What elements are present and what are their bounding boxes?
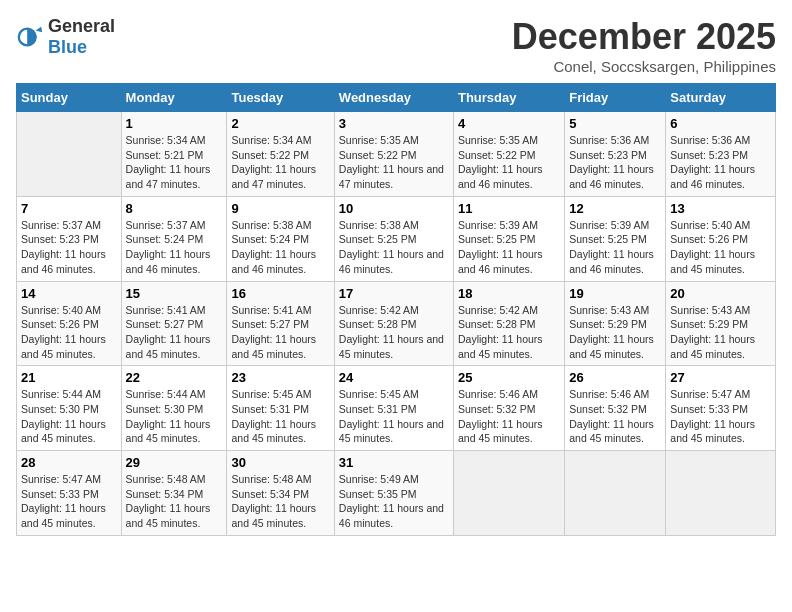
day-number: 3 — [339, 116, 449, 131]
day-info: Sunrise: 5:34 AMSunset: 5:21 PMDaylight:… — [126, 133, 223, 192]
day-number: 20 — [670, 286, 771, 301]
day-number: 16 — [231, 286, 329, 301]
day-info: Sunrise: 5:38 AMSunset: 5:24 PMDaylight:… — [231, 218, 329, 277]
calendar-header-row: SundayMondayTuesdayWednesdayThursdayFrid… — [17, 84, 776, 112]
week-row-2: 14Sunrise: 5:40 AMSunset: 5:26 PMDayligh… — [17, 281, 776, 366]
day-info: Sunrise: 5:45 AMSunset: 5:31 PMDaylight:… — [231, 387, 329, 446]
calendar-cell: 10Sunrise: 5:38 AMSunset: 5:25 PMDayligh… — [334, 196, 453, 281]
header: General Blue December 2025 Conel, Soccsk… — [16, 16, 776, 75]
calendar-cell: 14Sunrise: 5:40 AMSunset: 5:26 PMDayligh… — [17, 281, 122, 366]
calendar-cell — [666, 451, 776, 536]
calendar-cell: 15Sunrise: 5:41 AMSunset: 5:27 PMDayligh… — [121, 281, 227, 366]
day-number: 1 — [126, 116, 223, 131]
day-number: 2 — [231, 116, 329, 131]
day-number: 14 — [21, 286, 117, 301]
day-number: 6 — [670, 116, 771, 131]
calendar-cell: 30Sunrise: 5:48 AMSunset: 5:34 PMDayligh… — [227, 451, 334, 536]
day-number: 7 — [21, 201, 117, 216]
calendar-cell: 18Sunrise: 5:42 AMSunset: 5:28 PMDayligh… — [453, 281, 564, 366]
day-number: 13 — [670, 201, 771, 216]
logo: General Blue — [16, 16, 115, 58]
calendar-table: SundayMondayTuesdayWednesdayThursdayFrid… — [16, 83, 776, 536]
calendar-cell: 23Sunrise: 5:45 AMSunset: 5:31 PMDayligh… — [227, 366, 334, 451]
day-info: Sunrise: 5:47 AMSunset: 5:33 PMDaylight:… — [670, 387, 771, 446]
calendar-cell — [453, 451, 564, 536]
calendar-cell: 1Sunrise: 5:34 AMSunset: 5:21 PMDaylight… — [121, 112, 227, 197]
calendar-cell: 2Sunrise: 5:34 AMSunset: 5:22 PMDaylight… — [227, 112, 334, 197]
calendar-cell: 25Sunrise: 5:46 AMSunset: 5:32 PMDayligh… — [453, 366, 564, 451]
day-number: 19 — [569, 286, 661, 301]
calendar-cell: 6Sunrise: 5:36 AMSunset: 5:23 PMDaylight… — [666, 112, 776, 197]
day-number: 12 — [569, 201, 661, 216]
day-info: Sunrise: 5:38 AMSunset: 5:25 PMDaylight:… — [339, 218, 449, 277]
calendar-cell: 24Sunrise: 5:45 AMSunset: 5:31 PMDayligh… — [334, 366, 453, 451]
day-info: Sunrise: 5:39 AMSunset: 5:25 PMDaylight:… — [458, 218, 560, 277]
calendar-cell: 4Sunrise: 5:35 AMSunset: 5:22 PMDaylight… — [453, 112, 564, 197]
day-header-thursday: Thursday — [453, 84, 564, 112]
day-info: Sunrise: 5:48 AMSunset: 5:34 PMDaylight:… — [231, 472, 329, 531]
day-number: 28 — [21, 455, 117, 470]
day-number: 5 — [569, 116, 661, 131]
week-row-4: 28Sunrise: 5:47 AMSunset: 5:33 PMDayligh… — [17, 451, 776, 536]
day-info: Sunrise: 5:42 AMSunset: 5:28 PMDaylight:… — [339, 303, 449, 362]
calendar-cell — [17, 112, 122, 197]
day-info: Sunrise: 5:41 AMSunset: 5:27 PMDaylight:… — [126, 303, 223, 362]
day-number: 17 — [339, 286, 449, 301]
calendar-cell: 26Sunrise: 5:46 AMSunset: 5:32 PMDayligh… — [565, 366, 666, 451]
day-header-tuesday: Tuesday — [227, 84, 334, 112]
day-number: 21 — [21, 370, 117, 385]
day-number: 23 — [231, 370, 329, 385]
calendar-cell — [565, 451, 666, 536]
day-number: 26 — [569, 370, 661, 385]
calendar-cell: 17Sunrise: 5:42 AMSunset: 5:28 PMDayligh… — [334, 281, 453, 366]
day-number: 15 — [126, 286, 223, 301]
week-row-1: 7Sunrise: 5:37 AMSunset: 5:23 PMDaylight… — [17, 196, 776, 281]
week-row-0: 1Sunrise: 5:34 AMSunset: 5:21 PMDaylight… — [17, 112, 776, 197]
logo-text: General Blue — [48, 16, 115, 58]
calendar-cell: 19Sunrise: 5:43 AMSunset: 5:29 PMDayligh… — [565, 281, 666, 366]
calendar-cell: 8Sunrise: 5:37 AMSunset: 5:24 PMDaylight… — [121, 196, 227, 281]
calendar-cell: 31Sunrise: 5:49 AMSunset: 5:35 PMDayligh… — [334, 451, 453, 536]
day-info: Sunrise: 5:41 AMSunset: 5:27 PMDaylight:… — [231, 303, 329, 362]
calendar-cell: 9Sunrise: 5:38 AMSunset: 5:24 PMDaylight… — [227, 196, 334, 281]
day-info: Sunrise: 5:42 AMSunset: 5:28 PMDaylight:… — [458, 303, 560, 362]
day-number: 11 — [458, 201, 560, 216]
day-header-saturday: Saturday — [666, 84, 776, 112]
calendar-cell: 16Sunrise: 5:41 AMSunset: 5:27 PMDayligh… — [227, 281, 334, 366]
day-number: 9 — [231, 201, 329, 216]
day-info: Sunrise: 5:43 AMSunset: 5:29 PMDaylight:… — [569, 303, 661, 362]
day-info: Sunrise: 5:44 AMSunset: 5:30 PMDaylight:… — [21, 387, 117, 446]
day-header-sunday: Sunday — [17, 84, 122, 112]
day-info: Sunrise: 5:45 AMSunset: 5:31 PMDaylight:… — [339, 387, 449, 446]
day-header-friday: Friday — [565, 84, 666, 112]
day-info: Sunrise: 5:37 AMSunset: 5:23 PMDaylight:… — [21, 218, 117, 277]
calendar-cell: 27Sunrise: 5:47 AMSunset: 5:33 PMDayligh… — [666, 366, 776, 451]
day-info: Sunrise: 5:49 AMSunset: 5:35 PMDaylight:… — [339, 472, 449, 531]
calendar-cell: 20Sunrise: 5:43 AMSunset: 5:29 PMDayligh… — [666, 281, 776, 366]
calendar-cell: 12Sunrise: 5:39 AMSunset: 5:25 PMDayligh… — [565, 196, 666, 281]
main-title: December 2025 — [512, 16, 776, 58]
calendar-cell: 3Sunrise: 5:35 AMSunset: 5:22 PMDaylight… — [334, 112, 453, 197]
day-number: 22 — [126, 370, 223, 385]
day-number: 27 — [670, 370, 771, 385]
calendar-cell: 22Sunrise: 5:44 AMSunset: 5:30 PMDayligh… — [121, 366, 227, 451]
day-info: Sunrise: 5:35 AMSunset: 5:22 PMDaylight:… — [458, 133, 560, 192]
day-number: 30 — [231, 455, 329, 470]
day-info: Sunrise: 5:35 AMSunset: 5:22 PMDaylight:… — [339, 133, 449, 192]
day-info: Sunrise: 5:37 AMSunset: 5:24 PMDaylight:… — [126, 218, 223, 277]
day-info: Sunrise: 5:40 AMSunset: 5:26 PMDaylight:… — [21, 303, 117, 362]
day-info: Sunrise: 5:43 AMSunset: 5:29 PMDaylight:… — [670, 303, 771, 362]
calendar-body: 1Sunrise: 5:34 AMSunset: 5:21 PMDaylight… — [17, 112, 776, 536]
day-number: 18 — [458, 286, 560, 301]
calendar-cell: 5Sunrise: 5:36 AMSunset: 5:23 PMDaylight… — [565, 112, 666, 197]
day-number: 4 — [458, 116, 560, 131]
calendar-cell: 7Sunrise: 5:37 AMSunset: 5:23 PMDaylight… — [17, 196, 122, 281]
day-info: Sunrise: 5:34 AMSunset: 5:22 PMDaylight:… — [231, 133, 329, 192]
calendar-cell: 21Sunrise: 5:44 AMSunset: 5:30 PMDayligh… — [17, 366, 122, 451]
sub-title: Conel, Soccsksargen, Philippines — [512, 58, 776, 75]
day-info: Sunrise: 5:44 AMSunset: 5:30 PMDaylight:… — [126, 387, 223, 446]
day-info: Sunrise: 5:39 AMSunset: 5:25 PMDaylight:… — [569, 218, 661, 277]
week-row-3: 21Sunrise: 5:44 AMSunset: 5:30 PMDayligh… — [17, 366, 776, 451]
calendar-cell: 11Sunrise: 5:39 AMSunset: 5:25 PMDayligh… — [453, 196, 564, 281]
day-info: Sunrise: 5:46 AMSunset: 5:32 PMDaylight:… — [569, 387, 661, 446]
